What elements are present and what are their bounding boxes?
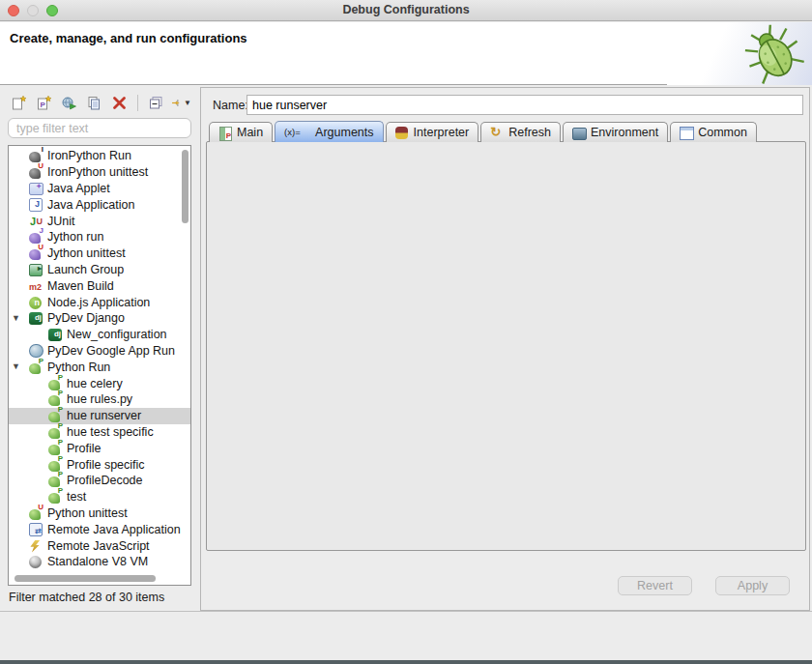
tab-interpreter[interactable]: Interpreter: [386, 122, 479, 142]
python-run-icon: [47, 490, 64, 504]
debug-bug-icon: [740, 23, 806, 84]
tab-refresh[interactable]: Refresh: [480, 122, 561, 142]
tree-horizontal-scrollbar[interactable]: [14, 575, 156, 582]
tree-item-java-applet[interactable]: Java Applet: [9, 181, 190, 197]
expander-icon[interactable]: ▼: [12, 361, 23, 371]
revert-button: Revert: [618, 576, 692, 595]
export-globe-icon: [61, 95, 77, 111]
tree-item-jython-unittest[interactable]: Jython unittest: [9, 245, 190, 262]
tree-item-label: Java Application: [47, 198, 134, 212]
tree-item-ironpython-run[interactable]: IronPython Run: [9, 148, 190, 164]
footer: ? Close Debug: [0, 612, 812, 660]
pydev-gae-icon: [28, 344, 44, 358]
tree-item-label: IronPython unittest: [47, 165, 148, 179]
tree-item-label: Remote Java Application: [47, 523, 181, 536]
tree-item-label: test: [67, 490, 86, 504]
filter-options-button[interactable]: ▼: [170, 92, 192, 113]
svg-text:P: P: [41, 101, 46, 109]
tree-vertical-scrollbar[interactable]: [182, 150, 188, 223]
tab-label: Refresh: [508, 126, 551, 139]
tree-item-hue-celery[interactable]: hue celery: [9, 375, 190, 391]
tree-item-label: Maven Build: [47, 279, 114, 293]
tree-item-launch-group[interactable]: Launch Group: [9, 262, 190, 278]
tab-label: Common: [698, 126, 747, 139]
tree-item-pydev-google-app-run[interactable]: PyDev Google App Run: [9, 343, 190, 360]
new-configuration-button[interactable]: [8, 92, 30, 113]
apply-button: Apply: [715, 576, 790, 595]
duplicate-configuration-button[interactable]: [83, 92, 105, 113]
tab-label: Main: [237, 126, 263, 139]
delete-configuration-button[interactable]: [108, 92, 130, 113]
name-input[interactable]: [246, 95, 803, 115]
tree-item-label: hue celery: [67, 377, 123, 390]
tree-item-label: Jython unittest: [47, 246, 126, 260]
tree-item-test[interactable]: test: [9, 489, 190, 505]
nodejs-icon: [28, 296, 44, 309]
dropdown-caret-icon: ▼: [184, 99, 191, 107]
tree-item-hue-runserver[interactable]: hue runserver: [9, 408, 190, 424]
tree-rows: IronPython RunIronPython unittestJava Ap…: [9, 148, 190, 570]
v8-vm-icon: [28, 555, 44, 568]
tree-item-ironpython-unittest[interactable]: IronPython unittest: [9, 164, 190, 181]
tab-main[interactable]: Main: [209, 122, 273, 142]
tree-item-label: Python unittest: [47, 506, 128, 520]
python-run-icon: [47, 442, 64, 455]
tree-item-pydev-django[interactable]: ▼PyDev Django: [9, 310, 190, 327]
java-application-icon: [28, 198, 44, 212]
tab-label: Arguments: [315, 126, 373, 139]
tree-item-label: Node.js Application: [47, 296, 150, 309]
filter-input[interactable]: [8, 118, 191, 138]
config-tree: IronPython RunIronPython unittestJava Ap…: [8, 145, 191, 586]
tree-item-label: ProfileDecode: [67, 474, 143, 487]
tree-item-python-unittest[interactable]: Python unittest: [9, 505, 190, 522]
toolbar-separator: [137, 95, 138, 111]
tree-item-profile-specific[interactable]: Profile specific: [9, 456, 190, 473]
tree-item-maven-build[interactable]: Maven Build: [9, 277, 190, 294]
debug-configurations-dialog: Debug Configurations Create, manage, and…: [0, 0, 812, 664]
tree-item-label: PyDev Google App Run: [47, 344, 175, 358]
tree-item-node-js-application[interactable]: Node.js Application: [9, 294, 190, 310]
tree-item-label: Standalone V8 VM: [47, 555, 148, 568]
remote-js-icon: [28, 539, 44, 553]
filter-status: Filter matched 28 of 30 items: [9, 591, 164, 604]
tree-item-label: Jython run: [47, 230, 103, 244]
tree-item-label: JUnit: [47, 215, 74, 228]
tree-item-junit[interactable]: JUnit: [9, 213, 190, 229]
tree-item-label: Python Run: [47, 361, 110, 374]
tree-item-label: Java Applet: [47, 182, 110, 195]
ironpython-unittest-icon: [28, 165, 44, 179]
tree-item-remote-java-application[interactable]: Remote Java Application: [9, 521, 190, 537]
tree-item-label: IronPython Run: [47, 149, 131, 162]
maven-build-icon: [28, 279, 44, 293]
tree-item-hue-test-specific[interactable]: hue test specific: [9, 424, 190, 441]
tree-item-new-configuration[interactable]: New_configuration: [9, 327, 190, 343]
tab-environment[interactable]: Environment: [563, 122, 668, 142]
window-title: Debug Configurations: [0, 3, 812, 16]
tree-item-profiledecode[interactable]: ProfileDecode: [9, 473, 190, 489]
tree-item-java-application[interactable]: Java Application: [9, 196, 190, 213]
tree-item-label: New_configuration: [67, 328, 167, 341]
new-document-icon: [11, 95, 27, 111]
configuration-panel: Name: MainArgumentsInterpreterRefreshEnv…: [200, 87, 810, 611]
collapse-all-button[interactable]: [145, 92, 167, 113]
tree-item-profile[interactable]: Profile: [9, 440, 190, 456]
remote-java-icon: [28, 523, 44, 536]
tree-item-standalone-v8-vm[interactable]: Standalone V8 VM: [9, 554, 190, 570]
tree-item-hue-rules-py[interactable]: hue rules.py: [9, 391, 190, 408]
tree-item-label: hue rules.py: [67, 392, 132, 406]
export-configurations-button[interactable]: [58, 92, 80, 113]
tree-item-remote-javascript[interactable]: Remote JavaScript: [9, 537, 190, 554]
jython-unittest-icon: [28, 246, 44, 260]
expander-icon[interactable]: ▼: [12, 313, 23, 323]
new-prototype-button[interactable]: P: [33, 92, 55, 113]
collapse-all-icon: [148, 95, 164, 111]
tab-arguments[interactable]: Arguments: [275, 121, 383, 142]
tree-item-label: Remote JavaScript: [47, 539, 150, 553]
django-icon: [28, 311, 44, 325]
header-banner: Create, manage, and run configurations: [0, 22, 812, 85]
tree-item-label: hue runserver: [67, 409, 141, 422]
tree-item-python-run[interactable]: ▼Python Run: [9, 359, 190, 375]
tab-common[interactable]: Common: [670, 122, 757, 142]
tree-item-jython-run[interactable]: Jython run: [9, 229, 190, 245]
python-run-icon: [28, 361, 44, 374]
